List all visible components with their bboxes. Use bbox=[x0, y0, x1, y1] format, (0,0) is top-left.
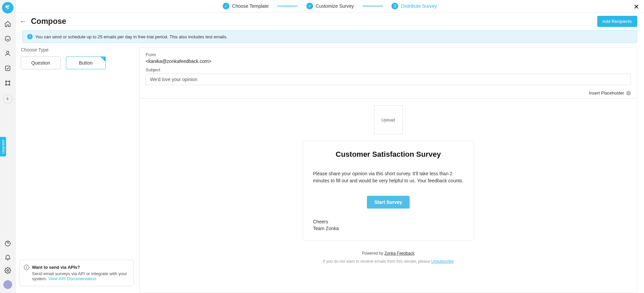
home-icon[interactable] bbox=[4, 20, 11, 28]
step-connector bbox=[277, 6, 298, 6]
start-survey-button[interactable]: Start Survey bbox=[367, 196, 409, 209]
svg-point-0 bbox=[5, 36, 10, 41]
type-option-question[interactable]: Question bbox=[21, 57, 61, 69]
step-choose-template[interactable]: ✓ Choose Template bbox=[223, 3, 269, 9]
stepper-bar: ✓ Choose Template ✓ Customize Survey 3 D… bbox=[15, 0, 644, 12]
info-banner: i You can send or schedule up to 25 emai… bbox=[22, 30, 637, 43]
powered-link[interactable]: Zonka Feedback bbox=[384, 251, 414, 256]
email-sign-line2: Team Zonka bbox=[313, 225, 464, 232]
close-icon[interactable]: ✕ bbox=[634, 3, 639, 11]
add-button[interactable]: + bbox=[3, 94, 12, 104]
api-doc-link[interactable]: View API Documentation bbox=[48, 276, 96, 281]
info-icon: i bbox=[626, 91, 631, 96]
from-value: <kanika@zonkafeedback.com> bbox=[146, 59, 631, 64]
svg-rect-2 bbox=[5, 66, 10, 70]
svg-point-6 bbox=[9, 84, 10, 85]
step-connector bbox=[363, 6, 383, 6]
subject-input[interactable] bbox=[146, 74, 631, 85]
api-card-title: Want to send via APIs? bbox=[32, 265, 129, 270]
svg-point-8 bbox=[7, 270, 8, 271]
subject-label: Subject bbox=[146, 67, 631, 72]
main: ✓ Choose Template ✓ Customize Survey 3 D… bbox=[15, 0, 644, 293]
unsubscribe-row: If you do not want to receive emails fro… bbox=[140, 259, 637, 264]
page-title: Compose bbox=[31, 17, 66, 26]
choose-type-label: Choose Type bbox=[21, 47, 134, 52]
step-distribute-survey[interactable]: 3 Distribute Survey bbox=[391, 3, 437, 9]
svg-point-4 bbox=[9, 81, 10, 82]
sidebar: + Upgrade bbox=[0, 0, 15, 293]
email-card: Customer Satisfaction Survey Please shar… bbox=[303, 141, 474, 241]
contacts-icon[interactable] bbox=[4, 50, 11, 57]
type-option-button[interactable]: Button bbox=[66, 57, 106, 69]
back-arrow-icon[interactable]: ← bbox=[20, 17, 27, 26]
upgrade-tab[interactable]: Upgrade bbox=[0, 137, 6, 156]
check-icon: ✓ bbox=[306, 3, 313, 9]
feedback-icon[interactable] bbox=[4, 35, 11, 42]
step-number-icon: 3 bbox=[391, 3, 398, 9]
left-column: Choose Type Question Button i Want to se… bbox=[20, 47, 134, 293]
help-icon[interactable] bbox=[4, 240, 11, 247]
notifications-icon[interactable] bbox=[4, 253, 11, 261]
info-banner-text: You can send or schedule up to 25 emails… bbox=[35, 34, 228, 39]
avatar[interactable] bbox=[3, 280, 12, 289]
email-body: Please share your opinion via this short… bbox=[313, 170, 464, 184]
svg-point-3 bbox=[5, 81, 6, 82]
email-composer: From <kanika@zonkafeedback.com> Subject … bbox=[139, 47, 637, 293]
settings-icon[interactable] bbox=[4, 267, 11, 274]
add-recipients-button[interactable]: Add Recipients bbox=[597, 16, 637, 27]
surveys-icon[interactable] bbox=[4, 65, 11, 72]
check-icon: ✓ bbox=[223, 3, 229, 9]
email-sign-line1: Cheers bbox=[313, 219, 464, 225]
logo[interactable] bbox=[2, 2, 13, 13]
email-title: Customer Satisfaction Survey bbox=[313, 150, 464, 159]
api-card: i Want to send via APIs? Send email surv… bbox=[20, 260, 134, 286]
info-icon: i bbox=[27, 34, 33, 39]
unsubscribe-link[interactable]: Unsubscribe bbox=[431, 259, 454, 264]
svg-point-5 bbox=[5, 84, 6, 85]
insert-placeholder-label: Insert Placeholder bbox=[589, 90, 624, 96]
email-preview: Upload Customer Satisfaction Survey Plea… bbox=[140, 99, 637, 293]
svg-point-1 bbox=[6, 51, 9, 53]
from-label: From bbox=[146, 52, 631, 57]
insert-placeholder-button[interactable]: Insert Placeholder i bbox=[589, 90, 631, 96]
step-customize-survey[interactable]: ✓ Customize Survey bbox=[306, 3, 354, 9]
powered-by: Powered by Zonka Feedback bbox=[140, 251, 637, 256]
page-header: ← Compose Add Recipients bbox=[15, 12, 644, 30]
info-outline-icon: i bbox=[24, 265, 29, 270]
workflows-icon[interactable] bbox=[4, 79, 11, 87]
upload-logo-box[interactable]: Upload bbox=[374, 105, 403, 134]
